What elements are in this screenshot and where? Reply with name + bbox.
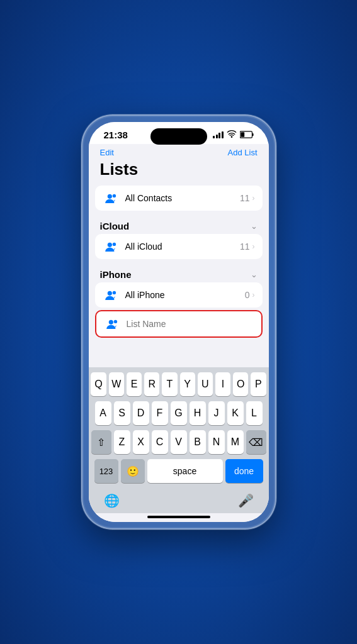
all-iphone-label: All iPhone — [125, 290, 245, 300]
key-m[interactable]: M — [227, 430, 244, 454]
key-p[interactable]: P — [251, 372, 266, 396]
key-s[interactable]: S — [114, 401, 130, 425]
header: Edit Add List Lists — [89, 144, 269, 186]
key-o[interactable]: O — [233, 372, 248, 396]
delete-key[interactable]: ⌫ — [246, 430, 266, 454]
home-indicator — [89, 513, 269, 522]
status-icons — [213, 130, 254, 140]
shift-key[interactable]: ⇧ — [91, 430, 111, 454]
new-list-row[interactable] — [95, 310, 263, 338]
keyboard-row-4: 123 🙂 space done — [91, 459, 266, 483]
svg-point-6 — [112, 243, 115, 246]
svg-point-7 — [107, 291, 111, 296]
keyboard-area: Q W E R T Y U I O P A S D F G — [89, 367, 269, 491]
key-t[interactable]: T — [162, 372, 177, 396]
svg-rect-2 — [241, 132, 244, 137]
list-row-all-contacts[interactable]: All Contacts 11 › — [95, 186, 263, 211]
all-contacts-label: All Contacts — [125, 193, 240, 203]
svg-point-10 — [113, 320, 116, 323]
iphone-list-card: All iPhone 0 › — [95, 282, 263, 308]
dynamic-island — [150, 128, 207, 145]
all-contacts-count: 11 — [240, 193, 250, 203]
svg-point-4 — [112, 194, 115, 197]
home-bar — [147, 516, 210, 518]
num-key[interactable]: 123 — [94, 459, 118, 483]
section-icloud: iCloud ⌄ — [95, 216, 263, 259]
key-i[interactable]: I — [215, 372, 230, 396]
emoji-key[interactable]: 🙂 — [121, 459, 145, 483]
icloud-section-header: iCloud ⌄ — [95, 216, 263, 234]
content-area: Edit Add List Lists — [89, 144, 269, 522]
bottom-bar: 🌐 🎤 — [89, 491, 269, 513]
svg-point-9 — [108, 320, 113, 325]
key-g[interactable]: G — [171, 401, 187, 425]
key-q[interactable]: Q — [91, 372, 106, 396]
key-v[interactable]: V — [171, 430, 187, 454]
key-k[interactable]: K — [227, 401, 244, 425]
default-list-card: All Contacts 11 › — [95, 186, 263, 211]
keyboard-row-3: ⇧ Z X C V B N M ⌫ — [91, 430, 266, 454]
list-name-input[interactable] — [127, 319, 254, 329]
key-x[interactable]: X — [133, 430, 149, 454]
key-j[interactable]: J — [208, 401, 225, 425]
iphone-title: iPhone — [100, 269, 132, 280]
edit-button[interactable]: Edit — [100, 148, 114, 157]
header-actions: Edit Add List — [100, 148, 258, 157]
key-n[interactable]: N — [208, 430, 225, 454]
done-key[interactable]: done — [225, 459, 263, 483]
signal-bar-2 — [216, 135, 218, 138]
svg-point-8 — [112, 291, 115, 294]
key-b[interactable]: B — [190, 430, 206, 454]
iphone-chevron[interactable]: ⌄ — [251, 270, 258, 279]
key-a[interactable]: A — [95, 401, 111, 425]
key-l[interactable]: L — [246, 401, 263, 425]
section-default: All Contacts 11 › — [95, 186, 263, 211]
all-icloud-label: All iCloud — [125, 242, 240, 252]
all-iphone-chevron: › — [252, 291, 255, 299]
key-u[interactable]: U — [198, 372, 213, 396]
signal-bars — [213, 131, 224, 138]
contacts-icon — [103, 192, 120, 204]
space-key[interactable]: space — [147, 459, 223, 483]
all-contacts-chevron: › — [252, 194, 255, 203]
svg-point-5 — [107, 243, 111, 247]
all-iphone-count: 0 — [245, 290, 250, 300]
icloud-list-card: All iCloud 11 › — [95, 234, 263, 259]
globe-icon[interactable]: 🌐 — [104, 493, 120, 508]
add-list-button[interactable]: Add List — [228, 148, 258, 157]
iphone-contacts-icon — [103, 289, 120, 301]
lists-container: All Contacts 11 › iCloud ⌄ — [89, 186, 269, 367]
all-icloud-count: 11 — [240, 242, 250, 252]
icloud-chevron[interactable]: ⌄ — [251, 221, 258, 231]
svg-rect-1 — [252, 133, 253, 135]
icloud-title: iCloud — [100, 221, 130, 231]
signal-bar-4 — [222, 131, 224, 138]
new-list-icon — [104, 318, 122, 330]
key-f[interactable]: F — [152, 401, 168, 425]
signal-bar-3 — [218, 133, 220, 138]
all-icloud-chevron: › — [252, 242, 255, 251]
key-w[interactable]: W — [109, 372, 124, 396]
section-iphone: iPhone ⌄ — [95, 264, 263, 338]
keyboard-row-2: A S D F G H J K L — [91, 401, 266, 425]
key-r[interactable]: R — [144, 372, 159, 396]
svg-point-3 — [107, 194, 111, 199]
phone-frame: 21:38 — [81, 114, 276, 530]
signal-bar-1 — [213, 136, 215, 138]
wifi-icon — [227, 130, 237, 140]
icloud-contacts-icon — [103, 240, 120, 253]
key-d[interactable]: D — [133, 401, 149, 425]
key-y[interactable]: Y — [180, 372, 195, 396]
mic-icon[interactable]: 🎤 — [238, 493, 254, 508]
key-h[interactable]: H — [190, 401, 206, 425]
phone-screen: 21:38 — [89, 122, 269, 522]
list-row-all-iphone[interactable]: All iPhone 0 › — [95, 282, 263, 308]
key-e[interactable]: E — [127, 372, 142, 396]
key-c[interactable]: C — [152, 430, 168, 454]
iphone-section-header: iPhone ⌄ — [95, 264, 263, 282]
key-z[interactable]: Z — [114, 430, 130, 454]
status-time: 21:38 — [104, 130, 128, 140]
list-row-all-icloud[interactable]: All iCloud 11 › — [95, 234, 263, 259]
keyboard-row-1: Q W E R T Y U I O P — [91, 372, 266, 396]
page-title: Lists — [100, 158, 258, 183]
